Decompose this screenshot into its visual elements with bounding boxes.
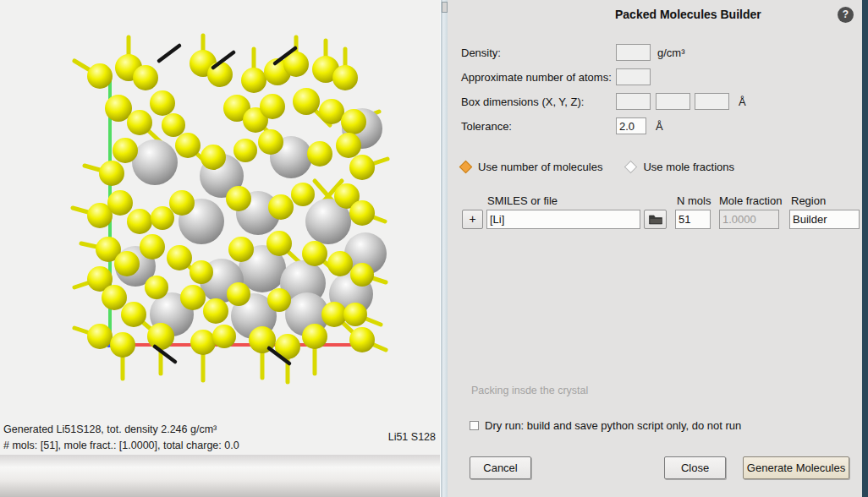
sulfur-atom (175, 133, 201, 158)
sulfur-atom (343, 303, 367, 326)
use-mole-fractions-radio[interactable] (624, 161, 638, 174)
sulfur-atom (258, 129, 283, 155)
browse-file-button[interactable] (644, 210, 667, 229)
dry-run-label[interactable]: Dry run: build and save python script on… (485, 419, 741, 432)
sulfur-atom (150, 90, 175, 116)
sulfur-atom (169, 190, 195, 216)
folder-icon (649, 215, 662, 225)
sulfur-atom (228, 237, 254, 262)
sulfur-atom (350, 263, 374, 287)
density-input[interactable] (616, 44, 651, 61)
sulfur-atom (99, 161, 124, 186)
mole-fraction-input (719, 210, 779, 229)
sulfur-atom (227, 282, 250, 306)
sulfur-atom (260, 94, 285, 119)
sulfur-atom (267, 288, 291, 312)
sulfur-atom (268, 194, 294, 220)
region-input[interactable] (789, 210, 860, 229)
nmols-input[interactable] (675, 210, 711, 229)
panel-splitter[interactable] (440, 0, 448, 497)
splitter-collapse-handle[interactable] (442, 2, 448, 13)
status-mols: # mols: [51], mole fract.: [1.0000], tot… (3, 440, 239, 451)
sulfur-atom (349, 200, 375, 226)
generate-molecules-button[interactable]: Generate Molecules (743, 456, 849, 479)
sulfur-atom (162, 113, 185, 137)
box-z-input[interactable] (695, 93, 729, 110)
density-label: Density: (461, 46, 501, 59)
sulfur-atom (107, 190, 133, 216)
lithium-atom (132, 139, 178, 185)
window-edge-strip (862, 0, 868, 497)
sulfur-atom (127, 209, 152, 234)
sulfur-atom (145, 276, 168, 299)
smiles-header: SMILES or file (487, 194, 558, 207)
sulfur-atom (147, 323, 174, 350)
mole-fraction-header: Mole fraction (719, 194, 782, 207)
sulfur-atom (203, 298, 228, 324)
sulfur-atom (319, 99, 344, 124)
packing-status-hint: Packing insde the crystal (471, 385, 588, 396)
help-button[interactable]: ? (838, 7, 854, 23)
sulfur-atom (332, 65, 358, 90)
status-generated: Generated Li51S128, tot. density 2.246 g… (3, 423, 217, 435)
use-mole-fractions-label[interactable]: Use mole fractions (643, 161, 734, 173)
sulfur-atom (121, 302, 146, 327)
cancel-button[interactable]: Cancel (470, 456, 531, 479)
sulfur-atom (302, 241, 327, 266)
tolerance-input[interactable] (616, 117, 646, 134)
sulfur-atom (291, 183, 315, 206)
nmols-header: N mols (677, 194, 711, 207)
sulfur-atom (127, 110, 152, 135)
sulfur-atom (293, 88, 320, 115)
dry-run-row: Dry run: build and save python script on… (470, 419, 741, 432)
sulfur-atom (266, 231, 292, 256)
sulfur-atom (207, 62, 233, 87)
tolerance-label: Tolerance: (461, 120, 512, 133)
sulfur-atom (87, 324, 113, 349)
sulfur-atom (349, 155, 375, 180)
sulfur-atom (167, 245, 192, 270)
sulfur-atom (349, 327, 375, 352)
selected-bond (159, 46, 179, 61)
sulfur-atom (336, 133, 361, 158)
sulfur-atom (190, 260, 213, 284)
sulfur-atom (133, 65, 158, 90)
sulfur-atom (110, 332, 135, 358)
sulfur-atom (151, 206, 174, 230)
molecule-viewport[interactable]: Generated Li51S128, tot. density 2.246 g… (0, 0, 440, 497)
use-number-of-molecules-radio[interactable] (459, 161, 473, 174)
atoms-input[interactable] (616, 68, 651, 85)
sulfur-atom (190, 330, 216, 355)
sulfur-atom (102, 285, 127, 310)
box-y-input[interactable] (656, 93, 690, 110)
box-x-input[interactable] (616, 93, 651, 110)
tolerance-unit: Å (656, 120, 663, 133)
sulfur-atom (212, 325, 236, 348)
sulfur-atom (321, 302, 347, 327)
mode-radio-group: Use number of molecules Use mole fractio… (461, 161, 734, 173)
dry-run-checkbox[interactable] (470, 421, 479, 430)
density-unit: g/cm³ (657, 46, 685, 59)
close-button[interactable]: Close (664, 456, 726, 479)
sulfur-atom (87, 63, 113, 89)
sulfur-atom (113, 138, 138, 163)
smiles-input[interactable] (486, 210, 640, 229)
box-unit: Å (739, 96, 746, 108)
use-number-of-molecules-label[interactable]: Use number of molecules (478, 161, 602, 173)
sulfur-atom (140, 234, 165, 259)
add-molecule-button[interactable]: + (462, 210, 483, 229)
box-dimensions-label: Box dimensions (X, Y, Z): (461, 96, 584, 108)
sulfur-atom (341, 109, 366, 134)
crystal-render[interactable] (0, 0, 440, 456)
dialog-title: Packed Molecules Builder (615, 8, 761, 21)
sulfur-atom (201, 145, 226, 170)
sulfur-atom (241, 68, 266, 93)
packed-molecules-builder-dialog: Packed Molecules Builder ? Density: g/cm… (448, 0, 862, 497)
atoms-label: Approximate number of atoms: (461, 71, 612, 84)
sulfur-atom (233, 139, 257, 162)
sulfur-atom (226, 186, 251, 211)
sulfur-atom (180, 285, 206, 310)
sulfur-atom (114, 251, 140, 276)
region-header: Region (791, 194, 826, 207)
sulfur-atom (302, 324, 327, 349)
